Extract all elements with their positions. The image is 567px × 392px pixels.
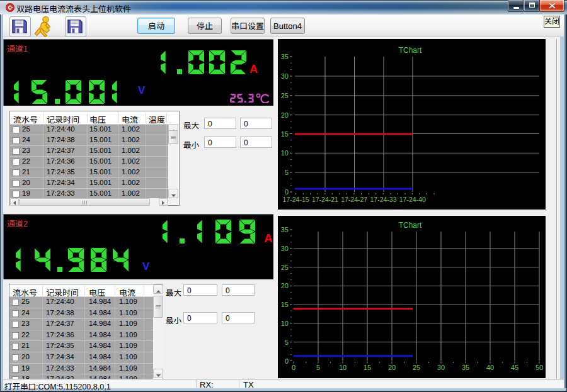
svg-text:17-24-33: 17-24-33: [370, 196, 396, 203]
svg-text:10: 10: [281, 320, 289, 327]
svg-text:25: 25: [281, 92, 289, 99]
svg-text:30: 30: [281, 72, 289, 80]
svg-text:17-24-15: 17-24-15: [283, 196, 309, 203]
svg-text:0: 0: [285, 357, 289, 365]
svg-text:20: 20: [281, 282, 289, 289]
svg-text:25: 25: [281, 264, 289, 271]
svg-text:5: 5: [285, 169, 289, 176]
svg-text:17-24-21: 17-24-21: [312, 196, 338, 203]
svg-text:35: 35: [281, 53, 289, 60]
svg-text:25: 25: [413, 364, 420, 371]
svg-text:35: 35: [462, 364, 469, 371]
svg-text:10: 10: [281, 149, 289, 157]
svg-text:15: 15: [281, 301, 289, 308]
svg-text:0: 0: [292, 364, 295, 371]
svg-text:TChart: TChart: [399, 221, 422, 230]
svg-text:45: 45: [511, 364, 518, 371]
svg-text:50: 50: [536, 364, 543, 371]
svg-text:20: 20: [281, 111, 289, 119]
svg-text:30: 30: [281, 245, 289, 252]
svg-text:TChart: TChart: [399, 46, 422, 55]
svg-text:0: 0: [285, 188, 289, 196]
svg-text:30: 30: [437, 364, 445, 371]
svg-text:17-24-27: 17-24-27: [341, 196, 367, 203]
svg-text:5: 5: [316, 364, 320, 371]
svg-text:10: 10: [339, 364, 346, 371]
svg-text:35: 35: [281, 226, 289, 233]
svg-text:20: 20: [388, 364, 396, 371]
svg-text:17-24-40: 17-24-40: [399, 196, 426, 203]
svg-text:15: 15: [281, 130, 289, 138]
svg-text:5: 5: [285, 339, 289, 346]
svg-text:40: 40: [486, 364, 494, 371]
svg-text:15: 15: [364, 364, 371, 371]
